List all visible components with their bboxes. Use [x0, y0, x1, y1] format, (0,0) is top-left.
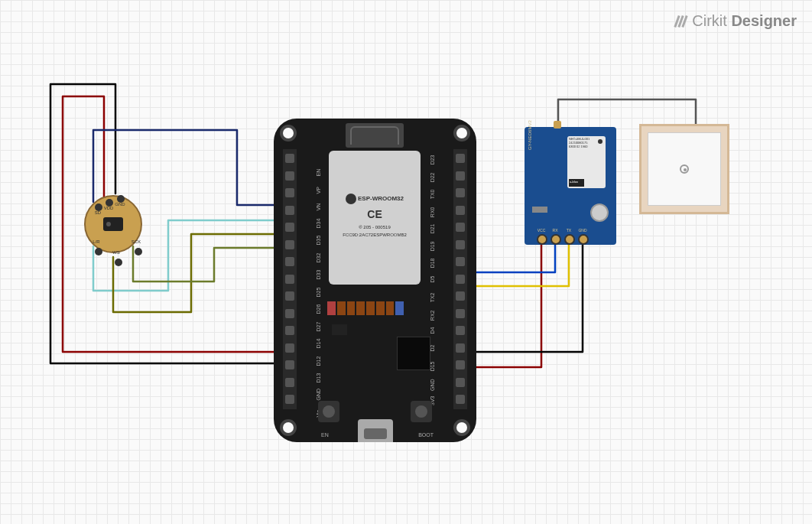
antenna-feed-icon [680, 164, 689, 174]
esp32-pin-rx2[interactable] [456, 309, 465, 318]
esp32-boot-button[interactable] [411, 401, 432, 422]
esp32-pin-vn[interactable] [285, 188, 294, 197]
gps-pin-row [537, 234, 589, 245]
gps-vcc-to-esp-3v3[interactable] [471, 245, 541, 367]
sma-connector-icon [554, 121, 561, 129]
gps-pin-rx[interactable] [551, 234, 561, 245]
esp32-shield: ESP-WROOM32 CE ® 205 - 000519 FCC9D:2AC7… [329, 151, 421, 285]
backup-battery-icon [590, 203, 609, 222]
gps-rx-to-esp-tx2[interactable] [471, 245, 555, 272]
gps-pin-tx[interactable] [564, 234, 575, 245]
esp32-pin-d12[interactable] [285, 343, 294, 353]
mic-pin-sck[interactable] [135, 248, 142, 255]
smd-component-icon [532, 207, 547, 213]
gps-chip-label: NEO-6M-0-001 24210080175 6300 02 1960 [569, 138, 590, 148]
mic-sd-to-esp-d32[interactable] [93, 130, 281, 205]
gps-board-label: GY-NEO6MV2 [528, 120, 532, 150]
esp32-pin-en[interactable] [285, 154, 294, 163]
esp32-pin-d19[interactable] [456, 240, 465, 249]
esp32-pin-rx0[interactable] [456, 206, 465, 215]
chip-orientation-dot-icon [598, 139, 603, 144]
regulator-icon [332, 324, 347, 335]
mount-hole-icon [280, 125, 297, 142]
app-logo-text: Cirkit Designer [692, 12, 797, 30]
esp32-pin-d15[interactable] [456, 360, 465, 369]
esp32-antenna-icon [346, 123, 404, 148]
gps-pin-gnd[interactable] [578, 234, 589, 245]
mic-pin-label: L/R [90, 239, 102, 244]
esp32-pin-d18[interactable] [456, 257, 465, 266]
mic-pin-label: GND [114, 202, 126, 207]
pin-header-right: 3V3GNDD15D2D4RX2TX2D5D18D19D21RX0TX0D22D… [453, 149, 467, 409]
esp32-pin-d13[interactable] [285, 360, 294, 369]
esp32-pin-d22[interactable] [456, 171, 465, 181]
mic-pin-label: SCK [130, 239, 142, 244]
gps-tx-to-esp-rx2[interactable] [471, 245, 569, 286]
mic-pin-label: SD [92, 210, 104, 215]
mount-hole-icon [453, 125, 470, 142]
en-button-label: EN [321, 432, 329, 438]
component-esp32[interactable]: ESP-WROOM32 CE ® 205 - 000519 FCC9D:2AC7… [274, 119, 476, 442]
esp32-en-button[interactable] [318, 401, 339, 422]
esp32-pin-d35[interactable] [285, 223, 294, 232]
mcu-chip-icon [397, 337, 430, 370]
antenna-patch [648, 132, 721, 206]
esp32-pin-d4[interactable] [456, 326, 465, 335]
component-gps-neo6m[interactable]: GY-NEO6MV2 NEO-6M-0-001 24210080175 6300… [525, 127, 616, 245]
esp32-pin-d5[interactable] [456, 275, 465, 284]
ublox-brand-label: u-blox [569, 179, 584, 187]
antenna-cable[interactable] [558, 99, 696, 124]
mic-ws-to-esp-d25[interactable] [113, 234, 281, 312]
esp32-pin-d32[interactable] [285, 240, 294, 249]
mic-port-icon [103, 217, 123, 231]
app-logo: Cirkit Designer [676, 12, 797, 30]
esp32-pin-d26[interactable] [285, 291, 294, 301]
gps-pin-labels: VCCRXTXGND [535, 228, 589, 233]
usb-port-icon [358, 419, 393, 442]
esp32-pin-d34[interactable] [285, 206, 294, 215]
esp32-pin-d33[interactable] [285, 257, 294, 266]
component-gps-antenna[interactable] [639, 124, 729, 214]
circuit-canvas[interactable]: Cirkit Designer ESP-WROOM32 CE ® 205 - 0… [0, 0, 812, 524]
esp32-pin-vin[interactable] [285, 395, 294, 404]
mic-pin-label: WS [110, 250, 122, 255]
esp32-pin-vp[interactable] [285, 171, 294, 181]
pin-label: EN [316, 155, 321, 177]
esp32-pin-tx0[interactable] [456, 188, 465, 197]
esp32-pin-d23[interactable] [456, 154, 465, 163]
wifi-icon [346, 194, 356, 204]
gps-pin-vcc[interactable] [537, 234, 547, 245]
mic-pin-l-r[interactable] [95, 248, 102, 255]
shield-text: ESP-WROOM32 CE ® 205 - 000519 FCC9D:2AC7… [333, 194, 416, 238]
esp32-pin-d21[interactable] [456, 223, 465, 232]
mount-hole-icon [453, 419, 470, 436]
esp32-pin-tx2[interactable] [456, 291, 465, 301]
esp32-pin-3v3[interactable] [456, 395, 465, 404]
esp32-pin-gnd[interactable] [456, 378, 465, 387]
mic-pin-label: VDD [102, 206, 115, 210]
gps-gnd-to-esp-gnd[interactable] [471, 245, 583, 352]
pin-label: D23 [430, 155, 435, 177]
boot-button-label: BOOT [418, 432, 434, 438]
esp32-pin-d25[interactable] [285, 275, 294, 284]
esp32-pin-d14[interactable] [285, 326, 294, 335]
mic-pin-ws[interactable] [115, 259, 122, 266]
esp32-pin-d27[interactable] [285, 309, 294, 318]
mic-sck-to-esp-d26[interactable] [133, 246, 281, 282]
gps-chip: NEO-6M-0-001 24210080175 6300 02 1960 u-… [567, 136, 606, 188]
cirkit-logo-icon [676, 15, 686, 28]
pin-header-left: VinGNDD13D12D14D27D26D25D33D32D35D34VNVP… [283, 149, 297, 409]
resistor-row-icon [327, 301, 404, 315]
esp32-pin-gnd[interactable] [285, 378, 294, 387]
component-i2s-mic[interactable]: SDVDDGNDL/RWSSCK [84, 195, 142, 253]
mount-hole-icon [280, 419, 297, 436]
esp32-pin-d2[interactable] [456, 343, 465, 353]
